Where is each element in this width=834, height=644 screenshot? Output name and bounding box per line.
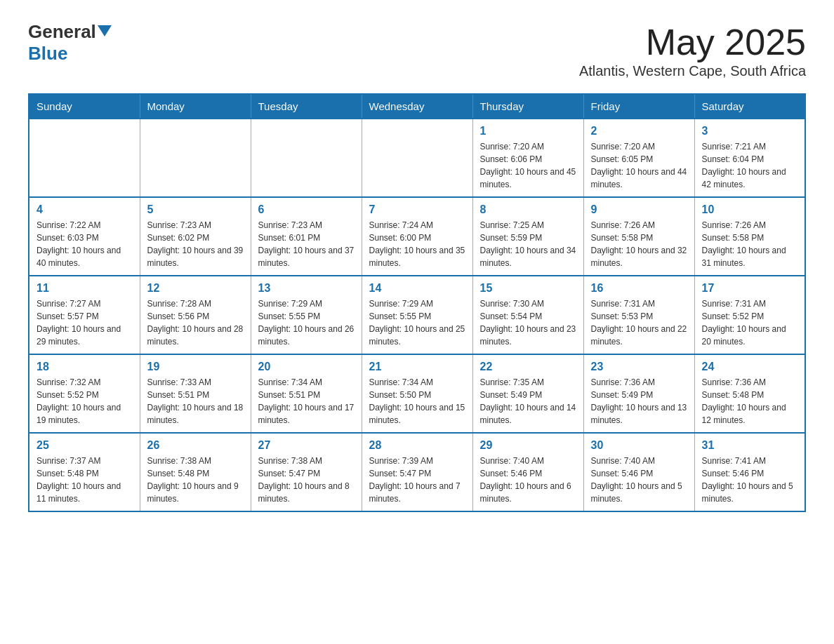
calendar-cell: 15Sunrise: 7:30 AMSunset: 5:54 PMDayligh… [472, 276, 583, 354]
day-info: Sunrise: 7:38 AMSunset: 5:48 PMDaylight:… [147, 455, 244, 505]
calendar-week-5: 25Sunrise: 7:37 AMSunset: 5:48 PMDayligh… [29, 433, 805, 511]
calendar-cell: 26Sunrise: 7:38 AMSunset: 5:48 PMDayligh… [140, 433, 251, 511]
calendar-cell: 28Sunrise: 7:39 AMSunset: 5:47 PMDayligh… [362, 433, 472, 511]
column-header-wednesday: Wednesday [362, 94, 472, 119]
calendar-cell: 20Sunrise: 7:34 AMSunset: 5:51 PMDayligh… [251, 354, 362, 433]
day-number: 16 [591, 282, 687, 295]
column-header-monday: Monday [140, 94, 251, 119]
day-number: 26 [147, 439, 244, 452]
calendar-cell [29, 119, 140, 197]
calendar-cell: 18Sunrise: 7:32 AMSunset: 5:52 PMDayligh… [29, 354, 140, 433]
calendar-cell: 19Sunrise: 7:33 AMSunset: 5:51 PMDayligh… [140, 354, 251, 433]
day-info: Sunrise: 7:40 AMSunset: 5:46 PMDaylight:… [480, 455, 576, 505]
calendar-cell: 16Sunrise: 7:31 AMSunset: 5:53 PMDayligh… [583, 276, 694, 354]
logo: General Blue [28, 21, 113, 65]
location: Atlantis, Western Cape, South Africa [579, 63, 806, 79]
calendar-cell: 27Sunrise: 7:38 AMSunset: 5:47 PMDayligh… [251, 433, 362, 511]
day-number: 4 [37, 203, 133, 216]
day-info: Sunrise: 7:29 AMSunset: 5:55 PMDaylight:… [369, 297, 465, 348]
day-number: 17 [702, 282, 798, 295]
day-info: Sunrise: 7:32 AMSunset: 5:52 PMDaylight:… [37, 376, 133, 427]
day-number: 3 [702, 125, 798, 137]
calendar-cell: 4Sunrise: 7:22 AMSunset: 6:03 PMDaylight… [29, 197, 140, 276]
day-number: 31 [702, 439, 798, 452]
day-number: 22 [480, 361, 576, 373]
day-number: 13 [258, 282, 355, 295]
day-info: Sunrise: 7:31 AMSunset: 5:52 PMDaylight:… [702, 297, 798, 348]
day-number: 9 [591, 203, 687, 216]
day-info: Sunrise: 7:35 AMSunset: 5:49 PMDaylight:… [480, 376, 576, 427]
day-info: Sunrise: 7:21 AMSunset: 6:04 PMDaylight:… [702, 140, 798, 191]
day-info: Sunrise: 7:33 AMSunset: 5:51 PMDaylight:… [147, 376, 244, 427]
day-number: 23 [591, 361, 687, 373]
calendar-cell [251, 119, 362, 197]
day-number: 8 [480, 203, 576, 216]
calendar-cell: 1Sunrise: 7:20 AMSunset: 6:06 PMDaylight… [472, 119, 583, 197]
day-number: 19 [147, 361, 244, 373]
day-number: 2 [591, 125, 687, 137]
day-info: Sunrise: 7:25 AMSunset: 5:59 PMDaylight:… [480, 219, 576, 269]
calendar-cell: 23Sunrise: 7:36 AMSunset: 5:49 PMDayligh… [583, 354, 694, 433]
calendar-cell: 2Sunrise: 7:20 AMSunset: 6:05 PMDaylight… [583, 119, 694, 197]
day-info: Sunrise: 7:38 AMSunset: 5:47 PMDaylight:… [258, 455, 355, 505]
day-number: 11 [37, 282, 133, 295]
calendar-cell: 11Sunrise: 7:27 AMSunset: 5:57 PMDayligh… [29, 276, 140, 354]
day-info: Sunrise: 7:22 AMSunset: 6:03 PMDaylight:… [37, 219, 133, 269]
calendar-cell: 9Sunrise: 7:26 AMSunset: 5:58 PMDaylight… [583, 197, 694, 276]
day-number: 21 [369, 361, 465, 373]
calendar-cell: 13Sunrise: 7:29 AMSunset: 5:55 PMDayligh… [251, 276, 362, 354]
day-number: 7 [369, 203, 465, 216]
day-info: Sunrise: 7:23 AMSunset: 6:01 PMDaylight:… [258, 219, 355, 269]
calendar-cell: 30Sunrise: 7:40 AMSunset: 5:46 PMDayligh… [583, 433, 694, 511]
day-number: 24 [702, 361, 798, 373]
calendar-week-4: 18Sunrise: 7:32 AMSunset: 5:52 PMDayligh… [29, 354, 805, 433]
calendar-cell: 10Sunrise: 7:26 AMSunset: 5:58 PMDayligh… [694, 197, 805, 276]
calendar-week-1: 1Sunrise: 7:20 AMSunset: 6:06 PMDaylight… [29, 119, 805, 197]
column-header-tuesday: Tuesday [251, 94, 362, 119]
column-header-thursday: Thursday [472, 94, 583, 119]
day-info: Sunrise: 7:36 AMSunset: 5:49 PMDaylight:… [591, 376, 687, 427]
day-info: Sunrise: 7:20 AMSunset: 6:06 PMDaylight:… [480, 140, 576, 191]
day-info: Sunrise: 7:29 AMSunset: 5:55 PMDaylight:… [258, 297, 355, 348]
day-number: 18 [37, 361, 133, 373]
day-number: 10 [702, 203, 798, 216]
column-header-saturday: Saturday [694, 94, 805, 119]
calendar-cell [362, 119, 472, 197]
month-year: May 2025 [579, 21, 806, 63]
calendar-cell: 14Sunrise: 7:29 AMSunset: 5:55 PMDayligh… [362, 276, 472, 354]
calendar-table: SundayMondayTuesdayWednesdayThursdayFrid… [28, 93, 806, 512]
day-number: 12 [147, 282, 244, 295]
day-number: 1 [480, 125, 576, 137]
day-number: 6 [258, 203, 355, 216]
day-number: 28 [369, 439, 465, 452]
day-number: 25 [37, 439, 133, 452]
day-number: 30 [591, 439, 687, 452]
day-info: Sunrise: 7:30 AMSunset: 5:54 PMDaylight:… [480, 297, 576, 348]
calendar-cell: 8Sunrise: 7:25 AMSunset: 5:59 PMDaylight… [472, 197, 583, 276]
day-info: Sunrise: 7:39 AMSunset: 5:47 PMDaylight:… [369, 455, 465, 505]
day-info: Sunrise: 7:40 AMSunset: 5:46 PMDaylight:… [591, 455, 687, 505]
column-header-sunday: Sunday [29, 94, 140, 119]
calendar-cell: 25Sunrise: 7:37 AMSunset: 5:48 PMDayligh… [29, 433, 140, 511]
day-number: 27 [258, 439, 355, 452]
day-number: 5 [147, 203, 244, 216]
day-number: 15 [480, 282, 576, 295]
column-header-friday: Friday [583, 94, 694, 119]
calendar-cell: 3Sunrise: 7:21 AMSunset: 6:04 PMDaylight… [694, 119, 805, 197]
calendar-cell: 21Sunrise: 7:34 AMSunset: 5:50 PMDayligh… [362, 354, 472, 433]
day-info: Sunrise: 7:26 AMSunset: 5:58 PMDaylight:… [591, 219, 687, 269]
day-info: Sunrise: 7:23 AMSunset: 6:02 PMDaylight:… [147, 219, 244, 269]
page-header: General Blue May 2025 Atlantis, Western … [28, 21, 806, 79]
calendar-cell: 22Sunrise: 7:35 AMSunset: 5:49 PMDayligh… [472, 354, 583, 433]
calendar-cell: 7Sunrise: 7:24 AMSunset: 6:00 PMDaylight… [362, 197, 472, 276]
calendar-cell: 24Sunrise: 7:36 AMSunset: 5:48 PMDayligh… [694, 354, 805, 433]
calendar-cell: 29Sunrise: 7:40 AMSunset: 5:46 PMDayligh… [472, 433, 583, 511]
calendar-cell [140, 119, 251, 197]
day-info: Sunrise: 7:26 AMSunset: 5:58 PMDaylight:… [702, 219, 798, 269]
calendar-cell: 6Sunrise: 7:23 AMSunset: 6:01 PMDaylight… [251, 197, 362, 276]
day-info: Sunrise: 7:24 AMSunset: 6:00 PMDaylight:… [369, 219, 465, 269]
day-number: 29 [480, 439, 576, 452]
calendar-cell: 5Sunrise: 7:23 AMSunset: 6:02 PMDaylight… [140, 197, 251, 276]
day-info: Sunrise: 7:20 AMSunset: 6:05 PMDaylight:… [591, 140, 687, 191]
day-number: 14 [369, 282, 465, 295]
